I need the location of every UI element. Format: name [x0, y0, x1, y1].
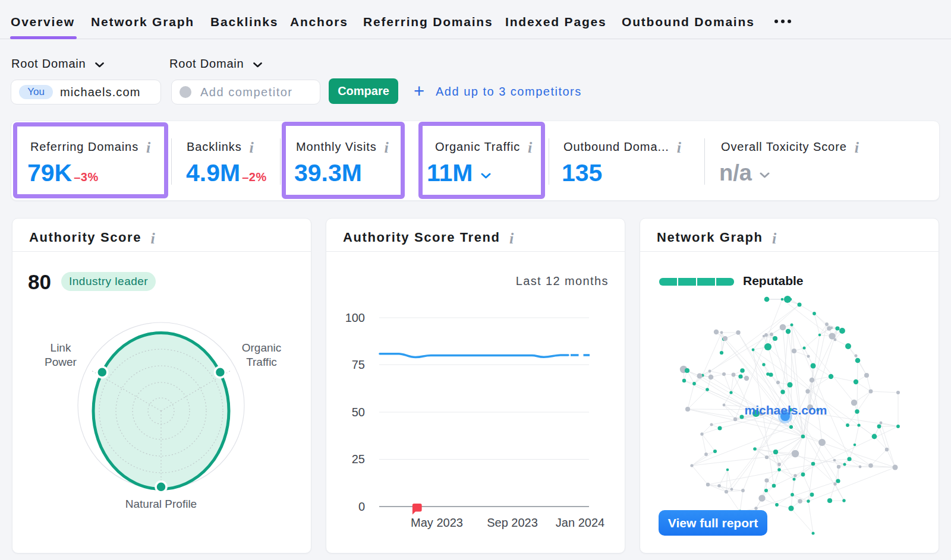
- svg-text:Jan 2024: Jan 2024: [556, 516, 604, 529]
- svg-text:May 2023: May 2023: [411, 516, 463, 529]
- svg-text:100: 100: [345, 311, 365, 324]
- svg-text:75: 75: [352, 358, 365, 371]
- svg-text:Sep 2023: Sep 2023: [487, 516, 538, 529]
- svg-text:0: 0: [358, 500, 365, 513]
- svg-text:50: 50: [352, 406, 365, 419]
- svg-text:michaels.com: michaels.com: [745, 403, 827, 417]
- svg-text:25: 25: [352, 453, 365, 466]
